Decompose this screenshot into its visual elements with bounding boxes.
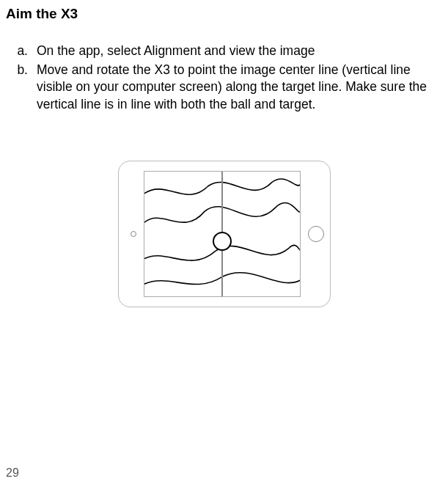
figure-container bbox=[4, 161, 444, 307]
home-button-icon bbox=[308, 226, 324, 242]
list-item: b. Move and rotate the X3 to point the i… bbox=[13, 62, 435, 114]
camera-icon bbox=[131, 231, 136, 237]
list-text: On the app, select Alignment and view th… bbox=[37, 43, 435, 60]
page-number: 29 bbox=[6, 466, 19, 480]
list-marker: b. bbox=[13, 62, 37, 114]
list-text: Move and rotate the X3 to point the imag… bbox=[37, 62, 435, 114]
instruction-list: a. On the app, select Alignment and view… bbox=[13, 43, 435, 114]
tablet-screen bbox=[144, 171, 301, 297]
tablet-illustration bbox=[118, 161, 331, 307]
ball-icon bbox=[213, 232, 232, 251]
list-item: a. On the app, select Alignment and view… bbox=[13, 43, 435, 60]
list-marker: a. bbox=[13, 43, 37, 60]
page-heading: Aim the X3 bbox=[6, 6, 444, 22]
